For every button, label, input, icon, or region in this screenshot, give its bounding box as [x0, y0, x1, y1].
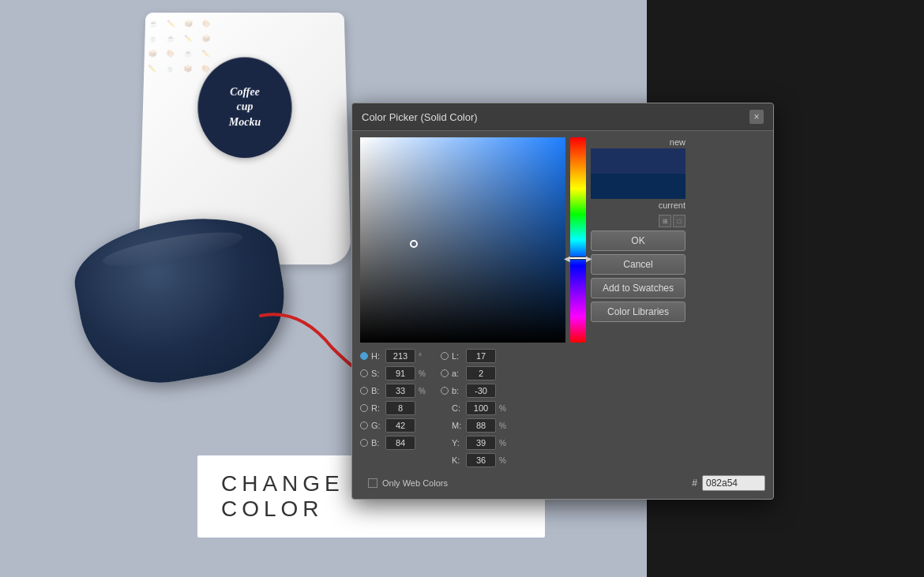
- m-row: M: %: [441, 418, 509, 433]
- h-row: H: 213 °: [360, 349, 428, 363]
- a-radio[interactable]: [441, 369, 449, 377]
- lab-cmyk-col: L: a: b: C: %: [441, 349, 509, 467]
- g-label: G:: [371, 421, 382, 430]
- cup-label: CoffeecupMocku: [197, 58, 293, 159]
- l-radio[interactable]: [441, 352, 449, 360]
- c-label: C:: [452, 403, 463, 413]
- small-icons: ⊞ □: [591, 215, 685, 227]
- y-row: Y: %: [441, 436, 509, 450]
- g-radio[interactable]: [360, 422, 368, 429]
- color-new-swatch: [591, 148, 685, 174]
- gradient-dark: [360, 137, 565, 343]
- h-unit: °: [419, 352, 428, 361]
- hex-input[interactable]: [702, 475, 765, 491]
- color-preview: new current: [591, 137, 685, 210]
- dialog-titlebar: Color Picker (Solid Color) ×: [352, 103, 773, 131]
- s-row: S: %: [360, 366, 428, 380]
- s-unit: %: [419, 369, 428, 378]
- dialog-close-button[interactable]: ×: [749, 110, 764, 124]
- b-rgb-input[interactable]: [385, 436, 415, 450]
- bottom-row: Only Web Colors #: [352, 475, 773, 499]
- new-label: new: [591, 137, 685, 147]
- s-radio[interactable]: [360, 369, 368, 377]
- g-row: G:: [360, 418, 428, 433]
- g-input[interactable]: [385, 418, 415, 433]
- preview-buttons-col: new current ⊞ □ OK Cancel Add to Swatche…: [591, 137, 685, 322]
- r-row: R:: [360, 401, 428, 415]
- k-unit: %: [499, 456, 509, 465]
- y-unit: %: [499, 439, 509, 448]
- picker-main: ◀ ▶ new current ⊞ □ OK Cancel Add to Swa…: [352, 131, 773, 346]
- b-lab-row: b:: [441, 384, 509, 398]
- s-input[interactable]: [385, 366, 415, 380]
- only-web-row: Only Web Colors: [360, 475, 456, 491]
- hex-symbol: #: [692, 478, 697, 489]
- icon-2: □: [673, 215, 685, 227]
- b-lab-label: b:: [452, 386, 463, 395]
- gradient-picker[interactable]: [360, 137, 565, 343]
- b-rgb-row: B:: [360, 436, 428, 450]
- b-lab-radio[interactable]: [441, 387, 449, 395]
- b-unit: %: [419, 387, 428, 395]
- color-current-swatch: [591, 174, 685, 199]
- b-input[interactable]: [385, 384, 415, 398]
- s-label: S:: [371, 369, 382, 378]
- l-label: L:: [452, 351, 463, 361]
- m-label: M:: [452, 421, 463, 430]
- b-radio[interactable]: [360, 387, 368, 395]
- c-unit: %: [499, 404, 509, 413]
- color-libraries-button[interactable]: Color Libraries: [591, 302, 685, 322]
- k-row: K: %: [441, 453, 509, 467]
- only-web-label: Only Web Colors: [382, 478, 448, 488]
- b-lab-input[interactable]: [466, 384, 496, 398]
- h-label: H:: [371, 351, 382, 361]
- hsb-rgb-col: H: 213 ° S: % B: % R:: [360, 349, 428, 467]
- c-input[interactable]: [466, 401, 496, 415]
- hue-arrow-left: ◀: [564, 254, 570, 263]
- c-row: C: %: [441, 401, 509, 415]
- add-to-swatches-button[interactable]: Add to Swatches: [591, 278, 685, 298]
- color-picker-dialog[interactable]: Color Picker (Solid Color) × ◀ ▶ new cur…: [351, 103, 774, 500]
- r-input[interactable]: [385, 401, 415, 415]
- b-rgb-label: B:: [371, 438, 382, 448]
- hue-slider-container[interactable]: ◀ ▶: [570, 137, 586, 343]
- icon-1: ⊞: [659, 215, 671, 227]
- a-label: a:: [452, 369, 463, 378]
- k-label: K:: [452, 455, 463, 465]
- b-row: B: %: [360, 384, 428, 398]
- color-values-section: H: 213 ° S: % B: % R:: [352, 346, 773, 475]
- l-input[interactable]: [466, 349, 496, 363]
- only-web-checkbox[interactable]: [368, 478, 377, 488]
- m-unit: %: [499, 422, 509, 430]
- l-row: L:: [441, 349, 509, 363]
- k-input[interactable]: [466, 453, 496, 467]
- current-label: current: [591, 200, 685, 210]
- r-label: R:: [371, 403, 382, 413]
- r-radio[interactable]: [360, 404, 368, 412]
- b-rgb-radio[interactable]: [360, 439, 368, 447]
- cup-label-text: CoffeecupMocku: [229, 84, 261, 130]
- m-input[interactable]: [466, 418, 496, 433]
- b-label: B:: [371, 386, 382, 395]
- y-label: Y:: [452, 438, 463, 448]
- cancel-button[interactable]: Cancel: [591, 254, 685, 275]
- hex-row: #: [692, 475, 765, 491]
- h-radio[interactable]: [360, 352, 368, 360]
- a-input[interactable]: [466, 366, 496, 380]
- ok-button[interactable]: OK: [591, 230, 685, 251]
- hue-slider[interactable]: [570, 137, 586, 343]
- hue-arrow-right: ▶: [586, 254, 592, 263]
- h-input[interactable]: 213: [385, 349, 415, 363]
- y-input[interactable]: [466, 436, 496, 450]
- a-row: a:: [441, 366, 509, 380]
- dialog-title: Color Picker (Solid Color): [362, 111, 478, 123]
